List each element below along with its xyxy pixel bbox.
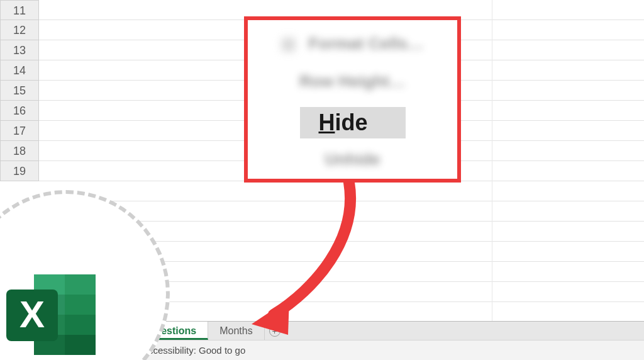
row-header[interactable]: 12 (0, 20, 39, 40)
row-header[interactable]: 13 (0, 40, 39, 60)
status-bar: Accessibility: Good to go (136, 340, 644, 360)
svg-rect-7 (65, 295, 96, 315)
menu-item-label: ide (335, 110, 367, 135)
menu-item-label: Format Cells… (308, 34, 424, 53)
svg-text:X: X (19, 293, 45, 335)
svg-marker-0 (252, 299, 289, 335)
excel-logo-icon: X (5, 271, 99, 359)
menu-item-unhide[interactable]: Unhide (325, 150, 380, 169)
format-cells-icon (281, 38, 295, 52)
menu-item-label: Unhide (325, 150, 380, 169)
row-header[interactable]: 11 (0, 0, 39, 20)
context-menu-callout: Format Cells… Row Height… Hide Unhide (244, 16, 461, 183)
svg-rect-9 (65, 335, 96, 355)
row-header[interactable]: 19 (0, 161, 39, 181)
menu-item-row-height[interactable]: Row Height… (299, 72, 406, 91)
menu-item-format-cells[interactable]: Format Cells… (281, 34, 424, 53)
menu-item-hide[interactable]: Hide (299, 107, 405, 138)
row-header[interactable]: 16 (0, 101, 39, 121)
row-header[interactable]: 17 (0, 121, 39, 141)
svg-rect-8 (65, 315, 96, 335)
row-header[interactable]: 14 (0, 60, 39, 81)
row-header[interactable]: 18 (0, 141, 39, 161)
menu-item-label: Row Height… (299, 72, 406, 91)
excel-logo-badge: X (0, 190, 170, 360)
row-headers: 11 12 13 14 15 16 17 18 19 (0, 0, 39, 181)
sheet-tab-strip: Questions Months + (136, 321, 644, 340)
menu-item-label-accel: H (318, 110, 335, 135)
svg-rect-6 (65, 274, 96, 295)
callout-arrow-icon (239, 176, 377, 340)
row-header[interactable]: 15 (0, 81, 39, 101)
